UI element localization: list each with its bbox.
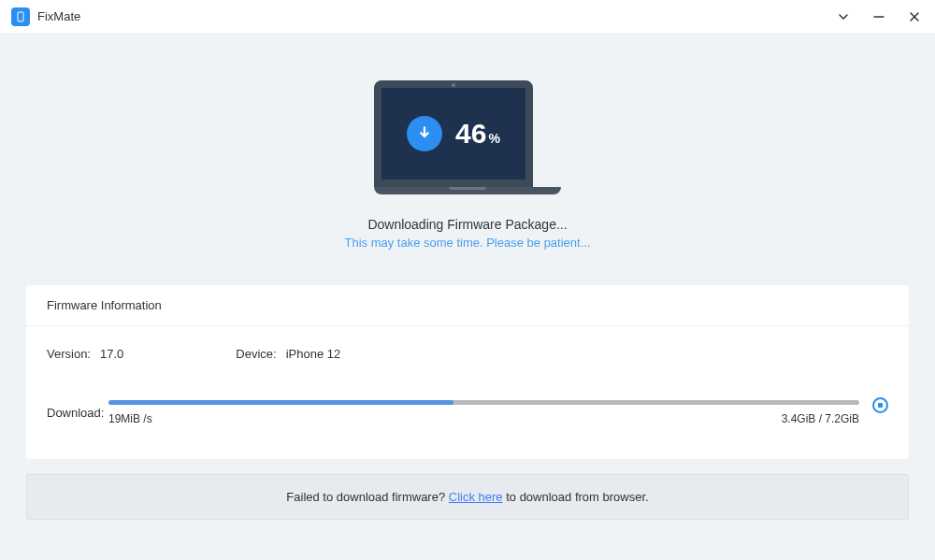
status-title: Downloading Firmware Package...: [367, 217, 567, 232]
download-label: Download:: [47, 406, 108, 420]
download-icon: [407, 116, 442, 151]
device-group: Device: iPhone 12: [236, 347, 340, 361]
dropdown-button[interactable]: [834, 7, 853, 26]
progress-track: [108, 400, 859, 405]
panel-header: Firmware Information: [26, 285, 909, 326]
laptop-base: [374, 187, 561, 194]
version-value: 17.0: [100, 347, 123, 361]
firmware-info-panel: Firmware Information Version: 17.0 Devic…: [26, 285, 909, 459]
svg-point-1: [21, 19, 22, 20]
version-label: Version:: [47, 347, 91, 361]
info-row: Version: 17.0 Device: iPhone 12: [47, 347, 888, 361]
status-illustration: 46 % Downloading Firmware Package... Thi…: [26, 34, 909, 250]
download-speed: 19MiB /s: [108, 412, 152, 425]
minimize-button[interactable]: [870, 7, 888, 26]
title-bar: FixMate: [0, 0, 935, 34]
device-value: iPhone 12: [286, 347, 341, 361]
app-title: FixMate: [37, 9, 80, 23]
close-button[interactable]: [905, 7, 924, 26]
percent-number: 46: [455, 118, 486, 150]
window-controls: [834, 7, 924, 26]
device-label: Device:: [236, 347, 276, 361]
version-group: Version: 17.0: [47, 347, 123, 361]
progress-meta: 19MiB /s 3.4GiB / 7.2GiB: [108, 412, 859, 425]
content-area: 46 % Downloading Firmware Package... Thi…: [0, 34, 935, 520]
status-subtitle: This may take some time. Please be patie…: [344, 236, 590, 250]
stop-button[interactable]: [872, 397, 888, 413]
progress-fill: [108, 400, 453, 405]
progress-percent: 46 %: [455, 118, 500, 150]
laptop-screen: 46 %: [374, 80, 533, 187]
laptop-graphic: 46 %: [374, 80, 561, 194]
browser-download-link[interactable]: Click here: [449, 490, 503, 504]
panel-body: Version: 17.0 Device: iPhone 12 Download…: [26, 326, 909, 459]
app-icon: [11, 7, 30, 26]
progress-wrap: 19MiB /s 3.4GiB / 7.2GiB: [108, 400, 859, 425]
download-size: 3.4GiB / 7.2GiB: [782, 412, 859, 425]
footer-prefix: Failed to download firmware?: [286, 490, 448, 504]
percent-sign: %: [488, 131, 499, 146]
download-row: Download: 19MiB /s 3.4GiB / 7.2GiB: [47, 400, 888, 425]
footer-bar: Failed to download firmware? Click here …: [26, 474, 909, 520]
footer-suffix: to download from browser.: [503, 490, 649, 504]
